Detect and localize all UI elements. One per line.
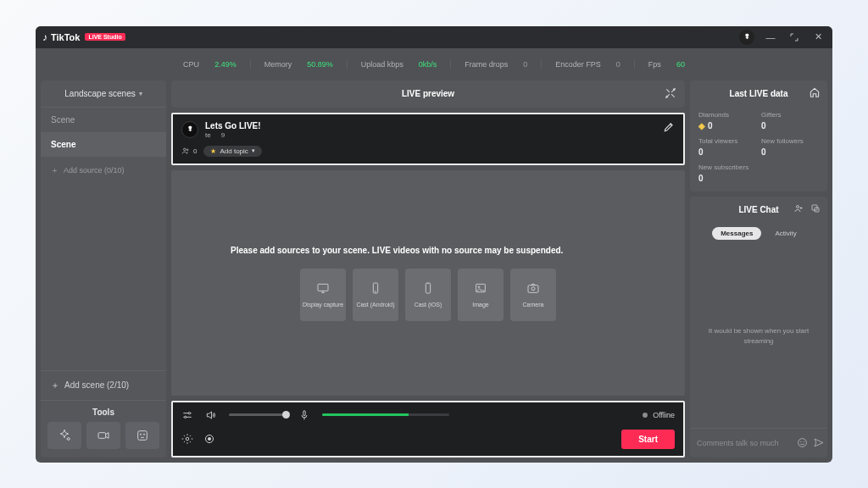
- last-live-data-title: Last LIVE data: [730, 89, 788, 98]
- svg-point-17: [186, 437, 189, 441]
- stat-label: Encoder FPS: [555, 60, 601, 69]
- metric-label: Gifters: [761, 111, 819, 119]
- popout-icon[interactable]: [810, 203, 821, 214]
- source-camera[interactable]: Camera: [510, 269, 556, 321]
- viewer-count-value: 0: [193, 147, 197, 155]
- settings-icon[interactable]: [181, 433, 193, 445]
- svg-point-21: [798, 439, 807, 447]
- svg-rect-6: [318, 284, 328, 291]
- svg-rect-9: [426, 283, 430, 293]
- metric-value: 0: [708, 121, 713, 130]
- home-icon[interactable]: [809, 86, 821, 100]
- metric-label: New followers: [761, 137, 819, 145]
- chat-tabs: Messages Activity: [690, 224, 827, 245]
- svg-rect-1: [138, 430, 147, 440]
- svg-point-11: [478, 286, 480, 288]
- add-topic-chip[interactable]: ★ Add topic ▾: [203, 146, 261, 157]
- add-user-icon[interactable]: [793, 203, 804, 214]
- source-display-capture[interactable]: Display capture: [300, 269, 346, 321]
- metric-value: 0: [761, 121, 819, 130]
- speaker-icon[interactable]: [205, 409, 217, 421]
- source-label: Display capture: [303, 302, 343, 308]
- viewer-count: 0: [181, 147, 197, 155]
- edit-icon[interactable]: [663, 121, 675, 135]
- mic-level-meter: [322, 413, 449, 416]
- tools-title: Tools: [41, 401, 166, 422]
- last-live-data-card: Last LIVE data Diamonds◆0 Gifters0 Total…: [690, 80, 827, 191]
- send-icon[interactable]: [813, 435, 824, 451]
- source-image[interactable]: Image: [458, 269, 504, 321]
- chat-tab-messages[interactable]: Messages: [712, 227, 761, 240]
- plus-icon: ＋: [51, 165, 58, 176]
- tool-effects-button[interactable]: [47, 422, 81, 449]
- chat-input[interactable]: [697, 439, 792, 447]
- svg-point-13: [531, 287, 535, 291]
- scene-item[interactable]: Scene: [41, 108, 166, 132]
- mixer-icon[interactable]: [181, 409, 193, 421]
- svg-point-14: [188, 412, 190, 413]
- metric-label: Total viewers: [698, 137, 756, 145]
- source-label: Image: [472, 302, 488, 308]
- emoji-icon[interactable]: [797, 435, 808, 451]
- main-row: Landscape scenes ▾ Scene Scene ＋ Add sou…: [36, 80, 832, 463]
- record-icon[interactable]: [205, 435, 214, 443]
- chevron-down-icon: ▾: [139, 90, 142, 97]
- stat-value: 0: [523, 60, 527, 69]
- add-scene-button[interactable]: ＋ Add scene (2/10): [41, 370, 166, 400]
- tool-camera-button[interactable]: [86, 422, 120, 449]
- sidebar-header[interactable]: Landscape scenes ▾: [41, 80, 166, 108]
- metric-value: 0: [761, 147, 819, 157]
- svg-rect-16: [303, 410, 305, 415]
- stat-value: 0: [616, 60, 620, 69]
- titlebar-right: — ✕: [739, 30, 826, 45]
- metric-value: 0: [698, 174, 756, 183]
- add-source-button[interactable]: ＋ Add source (0/10): [41, 157, 166, 185]
- stat-value: 2.49%: [214, 60, 236, 69]
- window-minimize-icon[interactable]: —: [763, 30, 778, 45]
- sidebar: Landscape scenes ▾ Scene Scene ＋ Add sou…: [41, 80, 166, 458]
- stat-label: Memory: [264, 60, 292, 69]
- scene-item-active[interactable]: Scene: [41, 132, 166, 157]
- metric-label: New subscribers: [698, 164, 756, 171]
- app-window: ♪ TikTok LIVE Studio — ✕ CPU2.49% Memory…: [36, 26, 832, 463]
- svg-point-18: [797, 205, 799, 208]
- svg-point-2: [140, 434, 141, 435]
- stat-label: Upload kbps: [361, 60, 403, 69]
- svg-rect-12: [528, 286, 538, 293]
- stat-value: 0kb/s: [419, 60, 437, 69]
- battle-icon[interactable]: [665, 87, 676, 101]
- stat-value: 60: [676, 60, 685, 69]
- window-close-icon[interactable]: ✕: [810, 30, 826, 45]
- preview-prompt: Please add sources to your scene. LIVE v…: [231, 245, 563, 257]
- add-source-label: Add source (0/10): [64, 166, 125, 175]
- tool-sticker-button[interactable]: [125, 422, 159, 449]
- tools-block: Tools: [41, 400, 166, 458]
- svg-rect-20: [815, 208, 819, 212]
- center-header: LIVE preview: [171, 80, 685, 108]
- chevron-down-icon: ▾: [252, 147, 255, 154]
- stat-value: 50.89%: [307, 60, 333, 69]
- source-cast-ios[interactable]: Cast (iOS): [405, 269, 451, 321]
- volume-slider[interactable]: [229, 413, 287, 416]
- svg-point-8: [376, 291, 376, 292]
- metric-label: Diamonds: [698, 111, 756, 119]
- mic-icon[interactable]: [298, 409, 310, 421]
- source-cast-android[interactable]: Cast (Android): [353, 269, 398, 321]
- metric-value: 0: [698, 147, 756, 157]
- app-logo: ♪ TikTok: [42, 31, 80, 43]
- chat-tab-activity[interactable]: Activity: [766, 227, 804, 240]
- live-title: Lets Go LIVE!: [205, 121, 261, 130]
- svg-point-4: [184, 148, 186, 151]
- stat-label: CPU: [183, 60, 199, 69]
- user-avatar[interactable]: [739, 30, 754, 45]
- svg-rect-0: [98, 432, 106, 438]
- diamond-icon: ◆: [698, 121, 705, 130]
- center-panel: LIVE preview Lets Go LIVE! te 9: [171, 80, 685, 458]
- chat-body: It would be shown when you start streami…: [690, 245, 827, 428]
- window-maximize-icon[interactable]: [787, 30, 802, 45]
- start-button[interactable]: Start: [621, 430, 675, 449]
- star-icon: ★: [210, 147, 216, 155]
- source-card-grid: Display capture Cast (Android) Cast (iOS…: [300, 269, 556, 321]
- sidebar-header-label: Landscape scenes: [64, 89, 135, 98]
- svg-point-3: [143, 434, 144, 435]
